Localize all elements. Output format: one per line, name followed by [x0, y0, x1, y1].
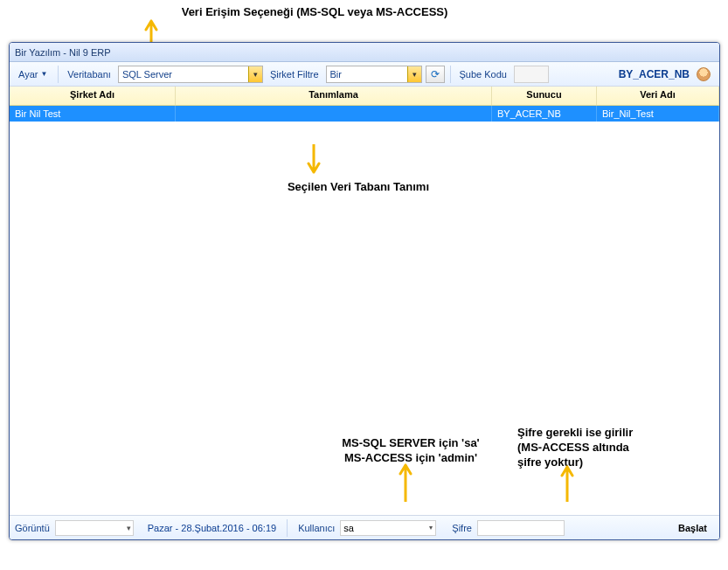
- dropdown-button-icon: ▾: [407, 66, 421, 82]
- ayar-label: Ayar: [18, 69, 38, 80]
- sube-kodu-label: Şube Kodu: [456, 69, 510, 80]
- veritabani-dropdown[interactable]: SQL Server ▾: [118, 66, 263, 83]
- ayar-menu[interactable]: Ayar ▼: [13, 66, 52, 83]
- annotation-bottom-right-text: Şifre gerekli ise girilir (MS-ACCESS alt…: [517, 426, 633, 469]
- sirket-filtre-dropdown[interactable]: Bir ▾: [326, 66, 422, 83]
- kullanici-label: Kullanıcı: [298, 523, 335, 533]
- toolbar: Ayar ▼ Veritabanı SQL Server ▾ Şirket Fi…: [10, 62, 719, 87]
- annotation-middle-text: Seçilen Veri Tabanı Tanımı: [288, 180, 429, 193]
- caret-down-icon: ▾: [429, 524, 433, 532]
- caret-down-icon: ▼: [40, 70, 47, 78]
- arrow-up-bottom-left: [398, 455, 413, 504]
- th-sunucu[interactable]: Sunucu: [492, 87, 597, 105]
- bottombar: Görüntü ▾ Pazar - 28.Şubat.2016 - 06:19 …: [10, 515, 719, 539]
- kullanici-dropdown[interactable]: sa ▾: [340, 520, 436, 536]
- th-veri-adi[interactable]: Veri Adı: [597, 87, 719, 105]
- machine-name: BY_ACER_NB: [619, 68, 690, 80]
- user-icon: [697, 67, 711, 81]
- separator: [287, 519, 288, 537]
- th-sirket-adi[interactable]: Şirket Adı: [10, 87, 176, 105]
- sube-kodu-input[interactable]: [514, 66, 549, 83]
- refresh-button[interactable]: ⟳: [426, 66, 445, 83]
- toolbar-right: BY_ACER_NB: [619, 67, 716, 81]
- date-text: Pazar - 28.Şubat.2016 - 06:19: [148, 523, 276, 533]
- dropdown-button-icon: ▾: [248, 66, 262, 82]
- td-sirket: Bir Nil Test: [10, 106, 176, 122]
- td-tanim: [176, 106, 492, 122]
- sifre-input[interactable]: [477, 520, 565, 536]
- kullanici-value: sa: [343, 523, 354, 533]
- annotation-middle: Seçilen Veri Tabanı Tanımı: [262, 180, 454, 195]
- goruntu-label: Görüntü: [15, 523, 50, 533]
- td-sunucu: BY_ACER_NB: [492, 106, 597, 122]
- arrow-up-bottom-right: [559, 456, 575, 504]
- sirket-filtre-value: Bir: [327, 69, 407, 80]
- baslat-button[interactable]: Başlat: [678, 523, 714, 533]
- sirket-filtre-label: Şirket Filtre: [267, 69, 322, 80]
- separator: [450, 66, 451, 83]
- titlebar: Bir Yazılım - Nil 9 ERP: [10, 43, 719, 62]
- window-title: Bir Yazılım - Nil 9 ERP: [15, 47, 111, 58]
- veritabani-value: SQL Server: [119, 69, 248, 80]
- goruntu-dropdown[interactable]: ▾: [55, 520, 134, 536]
- annotation-bottom-right: Şifre gerekli ise girilir (MS-ACCESS alt…: [517, 411, 675, 470]
- veritabani-label: Veritabanı: [64, 69, 114, 80]
- td-veri: Bir_Nil_Test: [597, 106, 719, 122]
- table-row[interactable]: Bir Nil Test BY_ACER_NB Bir_Nil_Test: [10, 106, 719, 122]
- separator: [58, 66, 59, 83]
- refresh-icon: ⟳: [431, 68, 440, 80]
- th-tanimlama[interactable]: Tanımlama: [176, 87, 492, 105]
- table-header-row: Şirket Adı Tanımlama Sunucu Veri Adı: [10, 87, 719, 106]
- arrow-down-middle: [306, 144, 322, 183]
- annotation-top: Veri Erişim Seçeneği (MS-SQL veya MS-ACC…: [157, 5, 472, 20]
- annotation-top-text: Veri Erişim Seçeneği (MS-SQL veya MS-ACC…: [182, 5, 448, 18]
- sifre-label: Şifre: [452, 523, 472, 533]
